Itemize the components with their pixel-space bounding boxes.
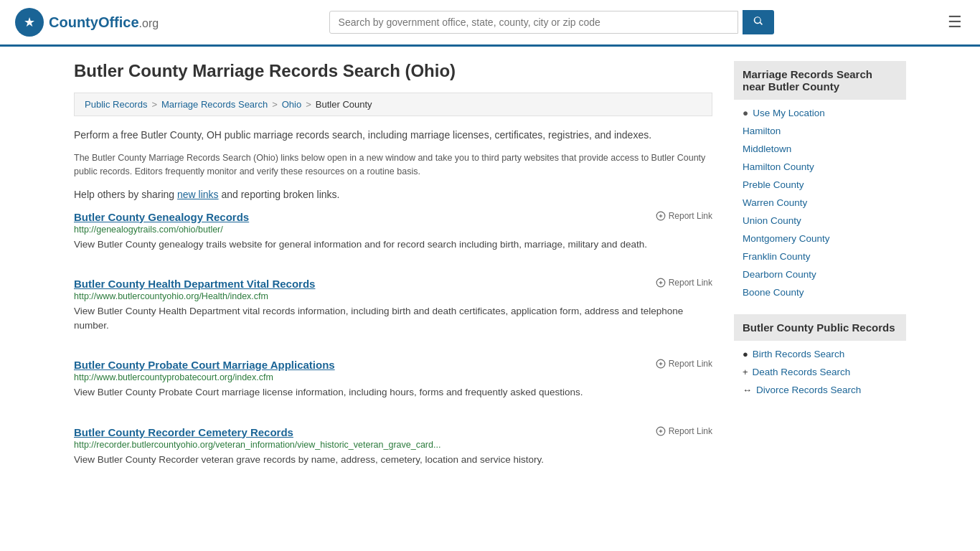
svg-text:★: ★ (24, 15, 35, 29)
sidebar-death-records[interactable]: + Death Records Search (734, 363, 906, 381)
new-links-link[interactable]: new links (177, 189, 219, 200)
page-title: Butler County Marriage Records Search (O… (74, 61, 712, 81)
report-icon (656, 211, 666, 221)
breadcrumb-marriage-records[interactable]: Marriage Records Search (161, 99, 268, 110)
report-link[interactable]: Report Link (656, 278, 712, 288)
sidebar-item-middletown[interactable]: Middletown (734, 140, 906, 158)
sidebar-item-montgomery-county[interactable]: Montgomery County (734, 230, 906, 248)
result-desc: View Butler County Health Department vit… (74, 304, 712, 334)
result-item: Butler County Health Department Vital Re… (74, 278, 712, 342)
result-title[interactable]: Butler County Genealogy Records (74, 211, 249, 223)
search-area (329, 10, 774, 34)
sidebar-item-hamilton-county[interactable]: Hamilton County (734, 158, 906, 176)
pin-icon: ● (743, 108, 748, 118)
sidebar-item-preble-county[interactable]: Preble County (734, 176, 906, 194)
report-icon (656, 278, 666, 288)
result-url: http://recorder.butlercountyohio.org/vet… (74, 440, 712, 450)
sidebar-nearby-title: Marriage Records Search near Butler Coun… (734, 61, 906, 100)
detail-description: The Butler County Marriage Records Searc… (74, 151, 712, 179)
result-desc: View Butler County Probate Court marriag… (74, 385, 712, 400)
help-text: Help others by sharing new links and rep… (74, 187, 712, 202)
logo[interactable]: ★ CountyOffice.org (14, 7, 159, 37)
sidebar-item-boone-county[interactable]: Boone County (734, 283, 906, 301)
use-my-location-link[interactable]: Use My Location (753, 108, 825, 118)
death-icon: + (743, 367, 748, 377)
sidebar-item-hamilton[interactable]: Hamilton (734, 122, 906, 140)
result-url: http://www.butlercountyohio.org/Health/i… (74, 291, 712, 301)
report-link[interactable]: Report Link (656, 211, 712, 221)
results-list: Butler County Genealogy Records Report L… (74, 211, 712, 476)
sidebar-use-location[interactable]: ● Use My Location (734, 104, 906, 122)
sidebar-item-franklin-county[interactable]: Franklin County (734, 248, 906, 265)
result-url: http://genealogytrails.com/ohio/butler/ (74, 225, 712, 235)
sidebar-birth-records[interactable]: ● Birth Records Search (734, 345, 906, 363)
sidebar-nearby-links: ● Use My Location Hamilton Middletown Ha… (734, 104, 906, 301)
breadcrumb-public-records[interactable]: Public Records (85, 99, 147, 110)
search-input[interactable] (329, 11, 738, 34)
result-title[interactable]: Butler County Recorder Cemetery Records (74, 426, 293, 438)
result-item: Butler County Probate Court Marriage App… (74, 359, 712, 408)
breadcrumb-butler-county: Butler County (316, 99, 372, 110)
sidebar-divorce-records[interactable]: ↔ Divorce Records Search (734, 381, 906, 399)
sidebar-item-union-county[interactable]: Union County (734, 212, 906, 230)
report-icon (656, 426, 666, 436)
breadcrumb-ohio[interactable]: Ohio (282, 99, 301, 110)
result-desc: View Butler County genealogy trails webs… (74, 237, 712, 252)
sidebar-item-warren-county[interactable]: Warren County (734, 194, 906, 212)
sidebar-item-dearborn-county[interactable]: Dearborn County (734, 265, 906, 283)
logo-text: CountyOffice.org (49, 14, 159, 31)
result-title[interactable]: Butler County Probate Court Marriage App… (74, 359, 335, 371)
sidebar: Marriage Records Search near Butler Coun… (734, 61, 906, 493)
logo-icon: ★ (14, 7, 44, 37)
sidebar-public-links: ● Birth Records Search + Death Records S… (734, 345, 906, 399)
divorce-icon: ↔ (743, 385, 752, 395)
result-item: Butler County Recorder Cemetery Records … (74, 426, 712, 476)
sidebar-public-records-title: Butler County Public Records (734, 314, 906, 341)
result-title[interactable]: Butler County Health Department Vital Re… (74, 278, 315, 290)
search-icon (753, 15, 764, 27)
report-link[interactable]: Report Link (656, 426, 712, 436)
search-button[interactable] (743, 10, 774, 34)
intro-description: Perform a free Butler County, OH public … (74, 128, 712, 143)
result-item: Butler County Genealogy Records Report L… (74, 211, 712, 260)
report-link[interactable]: Report Link (656, 359, 712, 369)
birth-icon: ● (743, 349, 748, 359)
menu-button[interactable]: ☰ (944, 9, 966, 35)
report-icon (656, 359, 666, 369)
result-url: http://www.butlercountyprobatecourt.org/… (74, 372, 712, 382)
result-desc: View Butler County Recorder veteran grav… (74, 453, 712, 467)
breadcrumb: Public Records > Marriage Records Search… (74, 93, 712, 116)
